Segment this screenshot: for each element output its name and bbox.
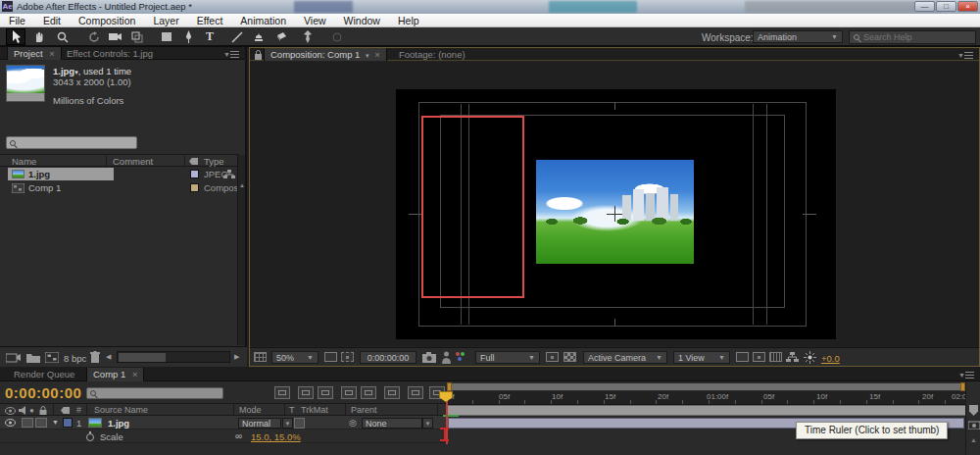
column-source-name[interactable]: Source Name: [94, 405, 148, 415]
close-button[interactable]: ×: [957, 1, 978, 12]
time-ruler[interactable]: 0f 05f 10f 15f 20f 01:00f 05f 10f 15f 20…: [446, 391, 965, 405]
menu-window[interactable]: Window: [335, 14, 389, 27]
trkmat-well[interactable]: [294, 418, 305, 429]
bit-depth-button[interactable]: 8 bpc: [64, 353, 86, 364]
lock-well[interactable]: [35, 418, 47, 428]
comp-timecode[interactable]: 0:00:00:00: [360, 351, 416, 364]
transparency-grid-icon[interactable]: [564, 352, 576, 362]
grid-options-icon[interactable]: [254, 352, 267, 362]
tab-render-queue[interactable]: Render Queue: [8, 368, 80, 380]
target-region-icon[interactable]: [546, 352, 559, 362]
panel-menu-icon[interactable]: ▼: [223, 50, 239, 59]
brush-tool-icon[interactable]: [227, 28, 247, 45]
column-mode[interactable]: Mode: [239, 405, 262, 415]
table-row[interactable]: 1.jpg JPEG: [0, 168, 239, 181]
composition-viewport[interactable]: [250, 62, 979, 346]
draft-3d-icon[interactable]: [298, 386, 314, 399]
project-horizontal-scrollbar[interactable]: [117, 351, 230, 363]
parent-dropdown[interactable]: None: [362, 418, 422, 429]
camera-tool-icon[interactable]: [106, 28, 125, 45]
expand-layer-icon[interactable]: ▼: [52, 419, 59, 426]
column-type[interactable]: Type: [204, 156, 224, 167]
pan-behind-tool-icon[interactable]: [127, 28, 147, 45]
table-row[interactable]: Comp 1 Compos: [0, 181, 239, 195]
rotation-tool-icon[interactable]: [84, 28, 104, 45]
timeline-button-icon[interactable]: [769, 352, 782, 362]
channel-colors-icon[interactable]: [456, 352, 468, 363]
label-swatch[interactable]: [190, 183, 199, 192]
axis-mode-icon[interactable]: [327, 28, 347, 45]
magnification-dropdown[interactable]: 50% ▼: [271, 351, 318, 364]
scrollbar-thumb[interactable]: [119, 353, 166, 362]
menu-edit[interactable]: Edit: [34, 14, 70, 27]
brainstorm-icon[interactable]: [384, 386, 400, 399]
parent-pickwhip-icon[interactable]: ◎: [349, 418, 357, 428]
scroll-right-icon[interactable]: ▶: [234, 353, 239, 361]
navigator-start-handle[interactable]: [447, 382, 452, 391]
timeline-search-input[interactable]: [100, 388, 220, 398]
menu-animation[interactable]: Animation: [231, 14, 295, 27]
eraser-tool-icon[interactable]: [270, 28, 290, 45]
exposure-icon[interactable]: [804, 351, 816, 364]
help-search-input[interactable]: [863, 32, 971, 42]
selection-tool-icon[interactable]: [6, 28, 25, 45]
snapshot-camera-icon[interactable]: [422, 352, 436, 363]
comp-button-icon[interactable]: [968, 421, 980, 430]
exposure-value[interactable]: +0.0: [821, 353, 840, 364]
menu-layer[interactable]: Layer: [144, 14, 187, 27]
time-navigator[interactable]: [447, 382, 965, 391]
column-parent[interactable]: Parent: [351, 405, 377, 415]
footage-thumbnail[interactable]: [6, 65, 45, 102]
close-icon[interactable]: ×: [49, 48, 55, 59]
tab-footage[interactable]: Footage: (none): [393, 48, 471, 61]
composition-mini-flowchart-icon[interactable]: [274, 386, 290, 399]
pixel-aspect-icon[interactable]: [736, 352, 749, 362]
label-column-icon[interactable]: [189, 158, 198, 165]
panel-menu-icon[interactable]: ▼: [958, 371, 974, 379]
work-area-bar[interactable]: [446, 405, 965, 416]
column-comment[interactable]: Comment: [113, 156, 153, 167]
label-swatch[interactable]: [190, 170, 199, 178]
new-folder-icon[interactable]: [26, 352, 40, 363]
tab-composition[interactable]: Composition: Comp 1 ▾ ×: [264, 48, 387, 61]
tab-effect-controls[interactable]: Effect Controls: 1.jpg: [61, 47, 159, 60]
flowchart-icon[interactable]: [786, 352, 799, 363]
layer-name[interactable]: 1.jpg: [108, 418, 129, 429]
layer-color-swatch[interactable]: [63, 418, 73, 428]
help-search[interactable]: [849, 30, 976, 44]
auto-keyframe-icon[interactable]: [408, 386, 423, 399]
panel-menu-icon[interactable]: ▼: [957, 51, 973, 60]
pen-tool-icon[interactable]: [178, 28, 198, 45]
menu-help[interactable]: Help: [389, 14, 428, 27]
type-tool-icon[interactable]: T: [200, 28, 220, 45]
workspace-dropdown[interactable]: Animation ▼: [753, 30, 843, 43]
3d-view-dropdown[interactable]: Active Camera ▼: [583, 351, 667, 364]
project-search[interactable]: [6, 136, 137, 149]
scroll-up-icon[interactable]: ▲: [239, 182, 245, 188]
column-trkmat[interactable]: TrkMat: [301, 405, 328, 415]
title-bar[interactable]: Ae Adobe After Effects - Untitled Projec…: [0, 0, 980, 14]
view-layout-dropdown[interactable]: 1 View ▼: [673, 351, 730, 364]
rectangle-tool-icon[interactable]: [157, 28, 176, 45]
menu-effect[interactable]: Effect: [188, 14, 232, 27]
frame-blending-icon[interactable]: [341, 386, 357, 399]
comp-marker-icon[interactable]: [969, 405, 978, 416]
chevron-down-icon[interactable]: ▼: [422, 418, 433, 429]
current-time-display[interactable]: 0:00:00:00: [5, 384, 81, 401]
project-search-input[interactable]: [20, 138, 133, 148]
column-number[interactable]: #: [76, 405, 81, 415]
chevron-down-icon[interactable]: ▾: [366, 52, 369, 59]
column-name[interactable]: Name: [12, 156, 36, 167]
selection-rectangle[interactable]: [421, 116, 524, 298]
menu-composition[interactable]: Composition: [70, 14, 144, 27]
constrain-proportions-icon[interactable]: ∞: [235, 430, 242, 441]
scroll-left-icon[interactable]: ◀: [106, 353, 111, 361]
tab-project[interactable]: Project ×: [7, 47, 62, 60]
property-row-scale[interactable]: Scale ∞ 15.0, 15.0%: [0, 430, 446, 443]
scroll-up-icon[interactable]: ▲: [970, 436, 977, 443]
safe-margins-icon[interactable]: [324, 352, 337, 362]
show-snapshot-icon[interactable]: [442, 351, 451, 364]
layer-row[interactable]: ▼ 1 1.jpg Normal ▼ ◎ None ▼: [0, 416, 446, 430]
property-name[interactable]: Scale: [100, 431, 123, 442]
column-t[interactable]: T: [289, 405, 295, 415]
